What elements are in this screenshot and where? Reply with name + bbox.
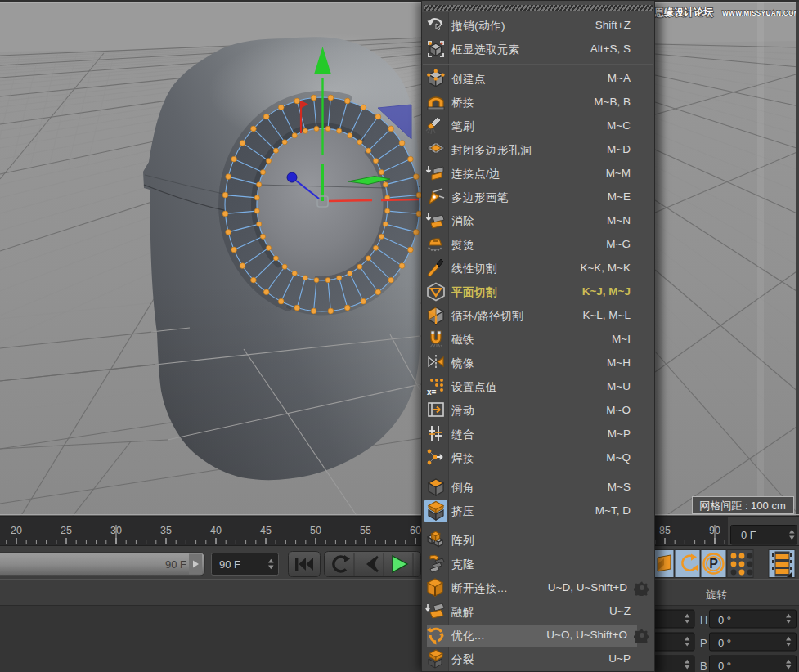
svg-text:WWW.MISSYUAN.COM: WWW.MISSYUAN.COM [722,9,799,17]
svg-text:0 °: 0 ° [718,660,731,672]
svg-text:25: 25 [61,525,72,536]
svg-text:85: 85 [659,525,671,536]
svg-text:40: 40 [210,525,222,536]
svg-text:网格间距 : 100 cm: 网格间距 : 100 cm [699,500,785,512]
svg-text:0 °: 0 ° [718,614,731,626]
svg-text:P: P [700,637,707,649]
svg-text:0 F: 0 F [741,529,756,541]
svg-text:55: 55 [360,525,371,536]
svg-text:35: 35 [160,525,172,536]
svg-text:思缘设计论坛: 思缘设计论坛 [653,7,713,18]
svg-text:90 F: 90 F [219,558,240,571]
svg-text:20: 20 [11,525,22,536]
svg-text:x=: x= [427,388,437,396]
svg-text:50: 50 [310,525,321,536]
svg-text:P: P [709,557,718,571]
svg-text:旋转: 旋转 [706,589,727,601]
svg-text:B: B [700,660,707,672]
svg-text:60: 60 [410,525,421,536]
svg-text:90 F: 90 F [165,558,186,571]
svg-text:45: 45 [260,525,272,536]
svg-text:H: H [700,614,707,626]
svg-text:0 °: 0 ° [718,637,731,649]
